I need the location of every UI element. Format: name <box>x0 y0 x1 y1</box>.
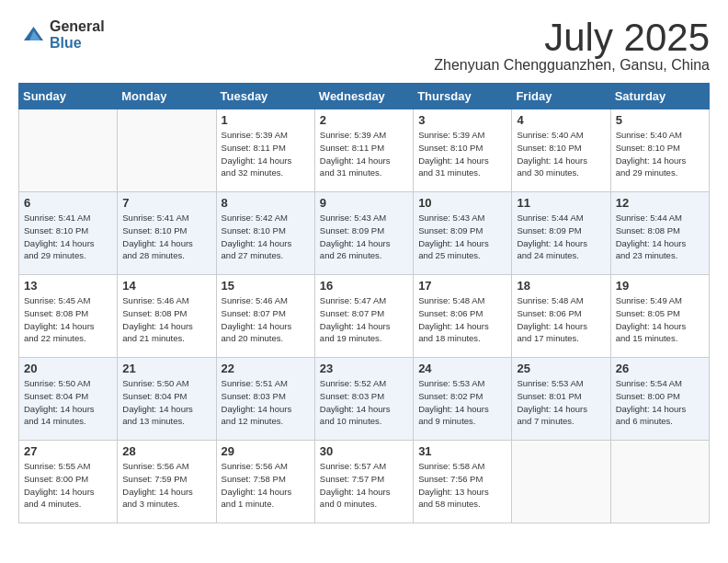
calendar-cell: 19Sunrise: 5:49 AM Sunset: 8:05 PM Dayli… <box>610 275 709 358</box>
calendar-cell <box>610 441 709 523</box>
calendar-cell: 11Sunrise: 5:44 AM Sunset: 8:09 PM Dayli… <box>512 192 610 275</box>
day-number: 9 <box>320 196 408 210</box>
calendar-cell: 27Sunrise: 5:55 AM Sunset: 8:00 PM Dayli… <box>19 441 118 523</box>
day-number: 18 <box>517 279 605 293</box>
calendar-header: SundayMondayTuesdayWednesdayThursdayFrid… <box>19 84 710 109</box>
calendar-cell: 15Sunrise: 5:46 AM Sunset: 8:07 PM Dayli… <box>216 275 314 358</box>
day-info: Sunrise: 5:55 AM Sunset: 8:00 PM Dayligh… <box>24 460 112 511</box>
calendar-cell: 14Sunrise: 5:46 AM Sunset: 8:08 PM Dayli… <box>118 275 216 358</box>
calendar-cell: 25Sunrise: 5:53 AM Sunset: 8:01 PM Dayli… <box>512 358 610 441</box>
day-info: Sunrise: 5:39 AM Sunset: 8:11 PM Dayligh… <box>320 129 408 179</box>
calendar-week-row: 13Sunrise: 5:45 AM Sunset: 8:08 PM Dayli… <box>19 275 710 358</box>
calendar-cell: 29Sunrise: 5:56 AM Sunset: 7:58 PM Dayli… <box>216 441 314 523</box>
logo-blue: Blue <box>50 35 105 52</box>
day-info: Sunrise: 5:58 AM Sunset: 7:56 PM Dayligh… <box>418 460 506 511</box>
day-info: Sunrise: 5:43 AM Sunset: 8:09 PM Dayligh… <box>418 212 506 262</box>
calendar-cell: 10Sunrise: 5:43 AM Sunset: 8:09 PM Dayli… <box>414 192 512 275</box>
day-info: Sunrise: 5:51 AM Sunset: 8:03 PM Dayligh… <box>222 377 310 428</box>
day-of-week-header: Sunday <box>19 84 118 109</box>
logo-icon <box>18 21 46 49</box>
day-number: 27 <box>24 444 112 458</box>
calendar-cell: 9Sunrise: 5:43 AM Sunset: 8:09 PM Daylig… <box>314 192 413 275</box>
logo-general: General <box>50 18 105 35</box>
title-block: July 2025 Zhenyuan Chengguanzhen, Gansu,… <box>434 18 710 74</box>
calendar-cell: 5Sunrise: 5:40 AM Sunset: 8:10 PM Daylig… <box>610 109 709 192</box>
calendar-cell: 24Sunrise: 5:53 AM Sunset: 8:02 PM Dayli… <box>414 358 512 441</box>
day-info: Sunrise: 5:44 AM Sunset: 8:08 PM Dayligh… <box>616 212 704 262</box>
calendar-week-row: 6Sunrise: 5:41 AM Sunset: 8:10 PM Daylig… <box>19 192 710 275</box>
day-info: Sunrise: 5:46 AM Sunset: 8:08 PM Dayligh… <box>122 294 210 345</box>
day-number: 10 <box>418 196 506 210</box>
calendar-cell <box>512 441 610 523</box>
day-number: 19 <box>616 279 704 293</box>
calendar-cell: 1Sunrise: 5:39 AM Sunset: 8:11 PM Daylig… <box>216 109 314 192</box>
calendar-cell: 16Sunrise: 5:47 AM Sunset: 8:07 PM Dayli… <box>314 275 413 358</box>
day-number: 28 <box>122 444 210 458</box>
day-of-week-header: Tuesday <box>216 84 314 109</box>
calendar-cell: 23Sunrise: 5:52 AM Sunset: 8:03 PM Dayli… <box>314 358 413 441</box>
page-header: General Blue July 2025 Zhenyuan Chenggua… <box>18 18 710 74</box>
day-number: 16 <box>320 279 408 293</box>
day-number: 23 <box>320 362 408 375</box>
day-info: Sunrise: 5:39 AM Sunset: 8:10 PM Dayligh… <box>418 129 506 179</box>
calendar-cell: 8Sunrise: 5:42 AM Sunset: 8:10 PM Daylig… <box>216 192 314 275</box>
day-of-week-header: Monday <box>118 84 216 109</box>
calendar-cell: 13Sunrise: 5:45 AM Sunset: 8:08 PM Dayli… <box>19 275 118 358</box>
day-info: Sunrise: 5:48 AM Sunset: 8:06 PM Dayligh… <box>517 294 605 345</box>
calendar-cell: 20Sunrise: 5:50 AM Sunset: 8:04 PM Dayli… <box>19 358 118 441</box>
day-info: Sunrise: 5:44 AM Sunset: 8:09 PM Dayligh… <box>517 212 605 262</box>
day-info: Sunrise: 5:47 AM Sunset: 8:07 PM Dayligh… <box>320 294 408 345</box>
day-number: 29 <box>222 444 310 458</box>
day-info: Sunrise: 5:56 AM Sunset: 7:58 PM Dayligh… <box>222 460 310 511</box>
logo-text: General Blue <box>50 18 105 51</box>
logo: General Blue <box>18 18 105 51</box>
day-number: 12 <box>616 196 704 210</box>
day-info: Sunrise: 5:39 AM Sunset: 8:11 PM Dayligh… <box>222 129 310 179</box>
day-info: Sunrise: 5:42 AM Sunset: 8:10 PM Dayligh… <box>222 212 310 262</box>
calendar-cell: 30Sunrise: 5:57 AM Sunset: 7:57 PM Dayli… <box>314 441 413 523</box>
month-title: July 2025 <box>434 18 710 57</box>
calendar-cell: 6Sunrise: 5:41 AM Sunset: 8:10 PM Daylig… <box>19 192 118 275</box>
calendar-cell: 18Sunrise: 5:48 AM Sunset: 8:06 PM Dayli… <box>512 275 610 358</box>
calendar-body: 1Sunrise: 5:39 AM Sunset: 8:11 PM Daylig… <box>19 109 710 523</box>
day-number: 14 <box>122 279 210 293</box>
day-info: Sunrise: 5:57 AM Sunset: 7:57 PM Dayligh… <box>320 460 408 511</box>
day-number: 4 <box>517 113 605 127</box>
day-info: Sunrise: 5:41 AM Sunset: 8:10 PM Dayligh… <box>24 212 112 262</box>
calendar-cell: 2Sunrise: 5:39 AM Sunset: 8:11 PM Daylig… <box>314 109 413 192</box>
day-number: 5 <box>616 113 704 127</box>
day-number: 1 <box>222 113 310 127</box>
day-of-week-header: Thursday <box>414 84 512 109</box>
day-info: Sunrise: 5:53 AM Sunset: 8:01 PM Dayligh… <box>517 377 605 428</box>
calendar-week-row: 27Sunrise: 5:55 AM Sunset: 8:00 PM Dayli… <box>19 441 710 523</box>
calendar-week-row: 1Sunrise: 5:39 AM Sunset: 8:11 PM Daylig… <box>19 109 710 192</box>
calendar-cell <box>118 109 216 192</box>
day-of-week-header: Saturday <box>610 84 709 109</box>
day-info: Sunrise: 5:49 AM Sunset: 8:05 PM Dayligh… <box>616 294 704 345</box>
day-number: 8 <box>222 196 310 210</box>
calendar-cell: 28Sunrise: 5:56 AM Sunset: 7:59 PM Dayli… <box>118 441 216 523</box>
day-number: 7 <box>122 196 210 210</box>
calendar-cell: 12Sunrise: 5:44 AM Sunset: 8:08 PM Dayli… <box>610 192 709 275</box>
calendar-cell: 21Sunrise: 5:50 AM Sunset: 8:04 PM Dayli… <box>118 358 216 441</box>
day-info: Sunrise: 5:54 AM Sunset: 8:00 PM Dayligh… <box>616 377 704 428</box>
day-number: 6 <box>24 196 112 210</box>
calendar-cell: 26Sunrise: 5:54 AM Sunset: 8:00 PM Dayli… <box>610 358 709 441</box>
day-info: Sunrise: 5:52 AM Sunset: 8:03 PM Dayligh… <box>320 377 408 428</box>
day-number: 22 <box>222 362 310 375</box>
calendar-cell: 3Sunrise: 5:39 AM Sunset: 8:10 PM Daylig… <box>414 109 512 192</box>
location-subtitle: Zhenyuan Chengguanzhen, Gansu, China <box>434 57 710 74</box>
day-info: Sunrise: 5:53 AM Sunset: 8:02 PM Dayligh… <box>418 377 506 428</box>
day-info: Sunrise: 5:41 AM Sunset: 8:10 PM Dayligh… <box>122 212 210 262</box>
day-number: 11 <box>517 196 605 210</box>
day-number: 31 <box>418 444 506 458</box>
day-number: 30 <box>320 444 408 458</box>
day-info: Sunrise: 5:46 AM Sunset: 8:07 PM Dayligh… <box>222 294 310 345</box>
day-number: 24 <box>418 362 506 375</box>
day-info: Sunrise: 5:56 AM Sunset: 7:59 PM Dayligh… <box>122 460 210 511</box>
day-info: Sunrise: 5:40 AM Sunset: 8:10 PM Dayligh… <box>616 129 704 179</box>
day-number: 21 <box>122 362 210 375</box>
day-of-week-header: Friday <box>512 84 610 109</box>
day-number: 26 <box>616 362 704 375</box>
calendar-cell: 31Sunrise: 5:58 AM Sunset: 7:56 PM Dayli… <box>414 441 512 523</box>
